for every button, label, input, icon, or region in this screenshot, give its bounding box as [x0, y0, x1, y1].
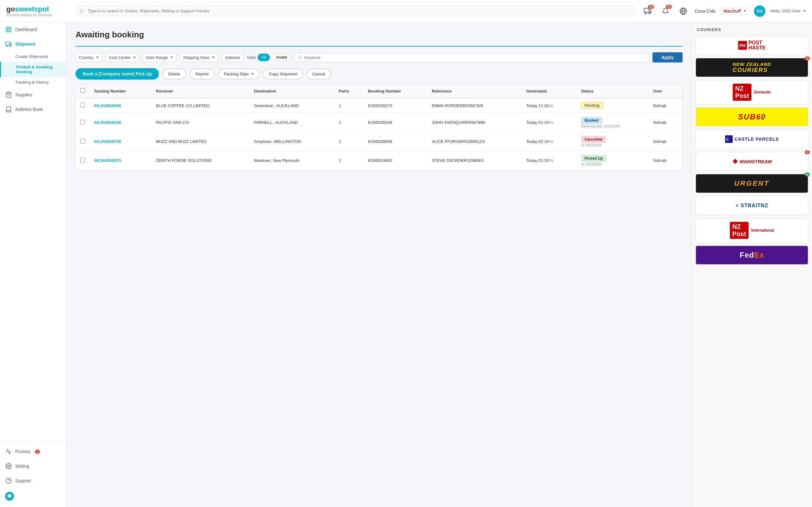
status-badge: Cancelled [581, 136, 606, 143]
select-all-checkbox[interactable] [80, 88, 85, 93]
courier-card-post-haste[interactable]: PH POST HASTE [696, 36, 808, 55]
courier-card-nzpost-international[interactable]: NZPost International [696, 218, 808, 242]
courier-card-castle-parcels[interactable]: C CASTLE PARCELS [696, 130, 808, 149]
courier-card-mainstream[interactable]: MAINSTREAM 3 [696, 152, 808, 171]
sidebar-item-address-book[interactable]: Address Book [0, 102, 66, 117]
avatar[interactable]: GU [754, 5, 765, 17]
col-tracking: Tacking Number [90, 84, 152, 98]
user: Sohrab [649, 132, 682, 151]
generated: Today 11:24AM [522, 98, 577, 113]
courier-card-nzpost-domestic[interactable]: NZPost Domestic [696, 80, 808, 104]
svg-point-10 [6, 45, 8, 46]
courier-card-fedex[interactable]: FedEx [696, 245, 808, 265]
date-range-filter[interactable]: Date Range [142, 53, 176, 62]
col-destination: Destination [249, 84, 334, 98]
status-date: Expecting date: 10/12/2028 [581, 124, 644, 128]
reference: EMMA RORDERB345678/9 [427, 98, 522, 113]
nz-couriers-logo: NEW ZEALAND COURIERS [733, 61, 771, 73]
row-checkbox-cell[interactable] [76, 132, 90, 151]
urgent-badge: ● [805, 172, 810, 176]
user-chevron-icon [803, 10, 806, 12]
nzpost-domestic-logo: NZPost Domestic [733, 83, 771, 101]
date-range-chevron-icon [170, 57, 173, 58]
row-checkbox-cell[interactable] [76, 98, 90, 113]
sidebar-item-dashboard[interactable]: Dashboard [0, 22, 66, 37]
status-badge: Picked Up [581, 155, 606, 162]
sidebar-item-printed-awaiting[interactable]: Printed & Awaiting booking [0, 62, 66, 77]
row-checkbox[interactable] [80, 103, 85, 107]
sidebar-item-setting[interactable]: Setting [0, 459, 66, 473]
sidebar-item-tracking[interactable]: Tracking & History [0, 77, 66, 88]
brand-selector[interactable]: MacDuff [721, 8, 749, 14]
copy-shipment-button[interactable]: Copy Shipment [263, 69, 303, 79]
reference: JOHN XXENQUIRER567890 [427, 113, 522, 132]
keyword-search[interactable] [294, 53, 649, 62]
table-header-row: Tacking Number Receiver Destination Part… [76, 84, 682, 98]
keyword-input[interactable] [304, 55, 646, 60]
courier-section-title: COURIERs [696, 27, 808, 32]
logo-tagline: Effortless shipping for everybody [6, 13, 70, 17]
reference: STEVE SSORDER103808/1 [427, 151, 522, 170]
booking-number: KO00024682 [363, 151, 427, 170]
sidebar-item-promos[interactable]: Promos 1 [0, 444, 66, 459]
cost-center-filter[interactable]: Cost Center [105, 53, 139, 62]
urgent-logo: URGENT [734, 179, 769, 187]
straitnz-logo: ≡ STRAITNZ [735, 203, 768, 209]
table-row: AKJA0028356 BLUE COFFEE CO LIMITED Green… [76, 98, 682, 113]
address-filter[interactable]: Address [221, 53, 244, 62]
table-row: AKJA0028246 PACIFIC AND CO PARNELL , AUC… [76, 113, 682, 132]
shipping-desc-filter[interactable]: Shipping Desc [180, 53, 218, 62]
apply-button[interactable]: Apply [653, 52, 682, 62]
valid-toggle-group: Valid All Invalid [247, 54, 291, 61]
global-btn[interactable] [677, 5, 690, 17]
row-checkbox[interactable] [80, 120, 85, 124]
pickup-button[interactable]: Book a [Company name] Pick Up [75, 68, 159, 79]
sidebar-item-chat[interactable] [0, 488, 66, 504]
delete-button[interactable]: Delete [162, 69, 186, 79]
post-haste-logo: PH POST HASTE [738, 40, 765, 50]
search-input[interactable] [76, 6, 635, 16]
promos-icon [5, 448, 12, 455]
svg-point-1 [645, 12, 647, 14]
courier-card-straitnz[interactable]: ≡ STRAITNZ [696, 196, 808, 215]
row-checkbox[interactable] [80, 158, 85, 163]
col-parts: Parts [334, 84, 363, 98]
cancel-button[interactable]: Cancel [306, 69, 331, 79]
generated: Today 02:14PM [522, 132, 577, 151]
col-status: Status [577, 84, 649, 98]
invalid-toggle-btn[interactable]: Invalid [272, 54, 291, 61]
country-filter[interactable]: Country [75, 53, 102, 62]
sidebar-item-create-shipments[interactable]: Create Shipments [0, 51, 66, 62]
svg-rect-6 [9, 27, 11, 29]
col-reference: Reference [427, 84, 522, 98]
select-all-header[interactable] [76, 84, 90, 98]
courier-card-urgent[interactable]: URGENT ● [696, 174, 808, 193]
courier-card-sub60[interactable]: SUB60 [696, 107, 808, 126]
reprint-button[interactable]: Reprint [189, 69, 215, 79]
shipment-notifications-btn[interactable]: 30 [641, 5, 654, 17]
row-checkbox-cell[interactable] [76, 151, 90, 170]
packing-slips-button[interactable]: Packing Slips [218, 69, 260, 79]
search-bar[interactable] [76, 6, 635, 16]
brand-chevron-icon [744, 10, 746, 12]
destination: Greytown, WELLINGTON [249, 132, 334, 151]
sidebar-item-supplies-label: Supplies [15, 92, 32, 97]
cost-center-chevron-icon [133, 57, 136, 58]
sidebar-item-supplies[interactable]: Supplies [0, 88, 66, 102]
courier-card-nz-couriers[interactable]: NEW ZEALAND COURIERS 1 [696, 58, 808, 77]
booking-number: KO00028938 [363, 132, 427, 151]
date-range-label: Date Range [146, 55, 168, 60]
all-toggle-btn[interactable]: All [258, 54, 270, 61]
chat-icon [5, 492, 14, 501]
user-greeting[interactable]: Hello, GSS User [770, 9, 806, 13]
sidebar-item-shipment[interactable]: Shipment [0, 37, 66, 51]
receiver: MUZZ AND BUZZ LIMITED [152, 132, 250, 151]
sidebar-item-support[interactable]: Support [0, 473, 66, 488]
setting-icon [5, 463, 12, 469]
row-checkbox[interactable] [80, 139, 85, 144]
booking-number: KO00028273 [363, 98, 427, 113]
bell-btn[interactable]: 30 [659, 5, 672, 17]
row-checkbox-cell[interactable] [76, 113, 90, 132]
generated: Today 01:20PM [522, 151, 577, 170]
sub60-logo: SUB60 [738, 112, 766, 121]
